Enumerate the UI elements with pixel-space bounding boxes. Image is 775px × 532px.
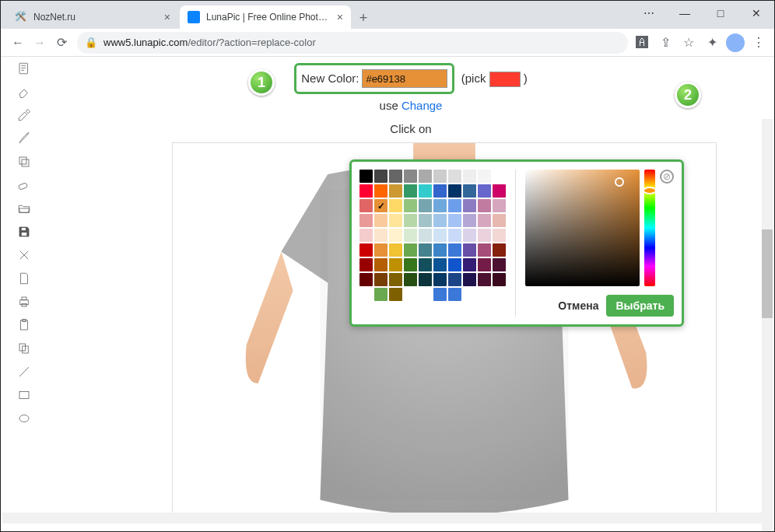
swatch[interactable] xyxy=(419,273,432,286)
close-icon[interactable]: × xyxy=(164,11,170,23)
swatch[interactable] xyxy=(374,258,388,271)
swatch[interactable] xyxy=(448,288,461,301)
tab-noznet[interactable]: 🛠️ NozNet.ru × xyxy=(7,5,178,29)
swatch[interactable] xyxy=(359,184,373,198)
swatch[interactable] xyxy=(463,184,476,198)
swatch[interactable] xyxy=(448,229,461,242)
swatch[interactable] xyxy=(374,184,388,198)
swatch[interactable] xyxy=(478,184,491,198)
tool-copy-icon[interactable] xyxy=(16,340,33,357)
swatch[interactable] xyxy=(478,273,491,286)
tool-brush-icon[interactable] xyxy=(16,130,33,147)
swatch[interactable] xyxy=(359,214,373,227)
kebab-menu-icon[interactable]: ⋮ xyxy=(749,33,768,52)
swatch[interactable] xyxy=(478,258,491,271)
swatch[interactable] xyxy=(389,170,402,183)
sv-handle[interactable] xyxy=(615,177,624,187)
swatch[interactable] xyxy=(404,273,417,286)
vertical-scrollbar-thumb[interactable] xyxy=(762,229,773,318)
change-link[interactable]: Change xyxy=(402,99,443,112)
swatch[interactable] xyxy=(448,184,461,198)
swatch[interactable] xyxy=(404,229,417,242)
tool-clipboard-icon[interactable] xyxy=(16,317,33,334)
swatch[interactable] xyxy=(374,170,388,183)
url-field[interactable]: 🔒 www5.lunapic.com/editor/?action=replac… xyxy=(77,32,628,54)
profile-avatar[interactable] xyxy=(726,33,745,52)
forward-button[interactable]: → xyxy=(29,32,51,54)
swatch[interactable] xyxy=(404,214,417,227)
swatch[interactable] xyxy=(433,243,447,257)
minimize-button[interactable]: — xyxy=(667,1,703,26)
swatch[interactable] xyxy=(419,184,432,198)
cancel-button[interactable]: Отмена xyxy=(558,299,598,312)
swatch[interactable] xyxy=(404,184,417,198)
swatch[interactable] xyxy=(419,229,432,242)
swatch[interactable] xyxy=(359,288,373,301)
vertical-scrollbar-track[interactable] xyxy=(762,119,773,532)
close-icon[interactable]: × xyxy=(337,11,343,23)
swatch[interactable] xyxy=(448,199,461,212)
tool-note-icon[interactable] xyxy=(16,60,33,77)
swatch[interactable] xyxy=(448,273,461,286)
swatch[interactable] xyxy=(478,243,491,257)
translate-icon[interactable]: 🅰 xyxy=(633,33,651,52)
swatch[interactable] xyxy=(359,199,373,212)
swatch[interactable] xyxy=(419,214,432,227)
tool-eraser-icon[interactable] xyxy=(16,83,33,100)
swatch[interactable] xyxy=(359,170,373,183)
hue-slider[interactable] xyxy=(644,170,655,286)
swatch[interactable] xyxy=(389,184,402,198)
swatch[interactable] xyxy=(433,199,447,212)
swatch[interactable] xyxy=(404,243,417,257)
swatch[interactable] xyxy=(493,243,506,257)
reload-button[interactable]: ⟳ xyxy=(51,32,72,54)
swatch[interactable] xyxy=(359,243,373,257)
swatch[interactable] xyxy=(433,273,447,286)
swatch[interactable] xyxy=(478,214,491,227)
swatch[interactable] xyxy=(389,214,402,227)
tool-open-icon[interactable] xyxy=(16,200,33,217)
tool-save-icon[interactable] xyxy=(16,223,33,240)
swatch[interactable] xyxy=(419,258,432,271)
swatch[interactable] xyxy=(419,243,432,257)
swatch[interactable] xyxy=(433,184,447,198)
swatch[interactable] xyxy=(374,243,388,257)
hex-input[interactable] xyxy=(362,69,447,88)
tool-eraser2-icon[interactable] xyxy=(16,177,33,194)
choose-button[interactable]: Выбрать xyxy=(606,295,674,317)
share-icon[interactable]: ⇪ xyxy=(656,33,675,52)
swatch[interactable] xyxy=(463,273,476,286)
new-tab-button[interactable]: + xyxy=(352,7,374,29)
swatch[interactable] xyxy=(404,199,417,212)
tool-layers-icon[interactable] xyxy=(16,153,33,170)
swatch[interactable] xyxy=(389,273,402,286)
swatch[interactable] xyxy=(493,199,506,212)
swatch[interactable] xyxy=(463,243,476,257)
swatch[interactable] xyxy=(463,170,476,183)
swatch[interactable] xyxy=(419,199,432,212)
tool-line-icon[interactable] xyxy=(16,363,33,380)
swatch[interactable] xyxy=(463,229,476,242)
swatch[interactable] xyxy=(389,243,402,257)
swatch[interactable] xyxy=(404,170,417,183)
swatch[interactable] xyxy=(419,170,432,183)
swatch[interactable] xyxy=(463,199,476,212)
swatch[interactable] xyxy=(389,288,402,301)
swatch[interactable] xyxy=(374,214,388,227)
horizontal-scrollbar-track[interactable] xyxy=(2,513,762,523)
swatch[interactable] xyxy=(493,273,506,286)
tool-ellipse-icon[interactable] xyxy=(16,410,33,427)
swatch[interactable] xyxy=(374,288,388,301)
swatch[interactable] xyxy=(448,214,461,227)
swatch[interactable] xyxy=(493,214,506,227)
swatch[interactable] xyxy=(478,199,491,212)
pick-color-swatch[interactable] xyxy=(489,72,521,87)
swatch[interactable] xyxy=(433,258,447,271)
swatch[interactable] xyxy=(448,258,461,271)
tool-delete-icon[interactable] xyxy=(16,247,33,264)
swatch[interactable] xyxy=(433,288,447,301)
swatch[interactable] xyxy=(433,229,447,242)
swatch[interactable] xyxy=(389,258,402,271)
swatch[interactable] xyxy=(448,243,461,257)
extensions-icon[interactable]: ✦ xyxy=(703,33,721,52)
